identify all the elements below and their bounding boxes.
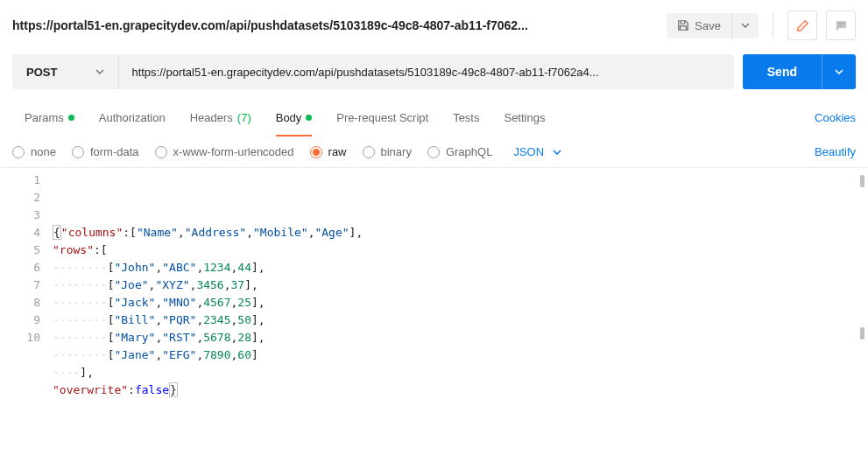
tab-label: Body: [276, 111, 302, 124]
pencil-icon: [796, 19, 809, 32]
tab-label: Headers: [190, 111, 233, 124]
edit-button[interactable]: [787, 10, 817, 40]
scrollbar-thumb[interactable]: [860, 175, 864, 187]
radio-label: none: [31, 145, 56, 158]
tab-headers[interactable]: Headers (7): [178, 102, 264, 133]
headers-count: (7): [237, 111, 251, 124]
raw-format-select[interactable]: JSON: [513, 145, 561, 158]
radio-label: GraphQL: [446, 145, 492, 158]
format-value: JSON: [513, 145, 544, 158]
chevron-down-icon: [553, 150, 561, 155]
radio-icon: [72, 146, 84, 158]
radio-label: x-www-form-urlencoded: [173, 145, 294, 158]
send-button[interactable]: Send: [743, 54, 822, 89]
radio-icon: [363, 146, 375, 158]
tab-pre-request[interactable]: Pre-request Script: [324, 102, 441, 133]
body-type-graphql[interactable]: GraphQL: [427, 145, 492, 158]
request-title: https://portal51-en.grapecitydev.com/api…: [12, 18, 658, 32]
radio-icon: [310, 146, 322, 158]
save-button[interactable]: Save: [667, 13, 731, 38]
tab-label: Params: [25, 111, 64, 124]
tab-label: Settings: [504, 111, 545, 124]
radio-label: binary: [381, 145, 412, 158]
tab-label: Authorization: [99, 111, 166, 124]
body-type-none[interactable]: none: [12, 145, 56, 158]
method-url-bar: POST https://portal51-en.grapecitydev.co…: [12, 54, 734, 89]
code-area[interactable]: {"columns":["Name","Address","Mobile","A…: [53, 172, 868, 399]
radio-label: raw: [328, 145, 347, 158]
tab-body[interactable]: Body: [264, 102, 325, 133]
save-dropdown-button[interactable]: [731, 13, 759, 38]
chevron-down-icon: [835, 69, 843, 74]
comment-icon: [835, 19, 848, 32]
chevron-down-icon: [741, 23, 750, 28]
body-type-formdata[interactable]: form-data: [72, 145, 139, 158]
body-editor[interactable]: 12345678910 {"columns":["Name","Address"…: [0, 168, 868, 399]
send-group: Send: [743, 54, 856, 89]
status-dot-icon: [306, 115, 312, 121]
divider: [773, 13, 773, 38]
status-dot-icon: [68, 115, 74, 121]
tab-label: Tests: [453, 111, 479, 124]
body-type-raw[interactable]: raw: [310, 145, 347, 158]
radio-icon: [12, 146, 25, 158]
tab-settings[interactable]: Settings: [491, 102, 557, 133]
save-label: Save: [695, 19, 721, 32]
save-group: Save: [667, 13, 759, 38]
radio-label: form-data: [90, 145, 139, 158]
radio-icon: [155, 146, 167, 158]
tab-authorization[interactable]: Authorization: [87, 102, 178, 133]
method-value: POST: [26, 66, 57, 79]
chevron-down-icon: [95, 69, 104, 74]
cookies-link[interactable]: Cookies: [815, 111, 856, 124]
body-type-xwww[interactable]: x-www-form-urlencoded: [155, 145, 294, 158]
save-icon: [677, 19, 689, 32]
line-gutter: 12345678910: [0, 172, 53, 399]
beautify-link[interactable]: Beautify: [815, 145, 856, 158]
tab-label: Pre-request Script: [336, 111, 428, 124]
radio-icon: [427, 146, 440, 158]
tab-tests[interactable]: Tests: [441, 102, 491, 133]
comment-button[interactable]: [826, 10, 856, 40]
url-input[interactable]: https://portal51-en.grapecitydev.com/api…: [119, 54, 733, 89]
method-select[interactable]: POST: [12, 54, 119, 89]
body-type-binary[interactable]: binary: [363, 145, 412, 158]
tab-params[interactable]: Params: [12, 102, 87, 133]
send-dropdown-button[interactable]: [822, 54, 856, 89]
